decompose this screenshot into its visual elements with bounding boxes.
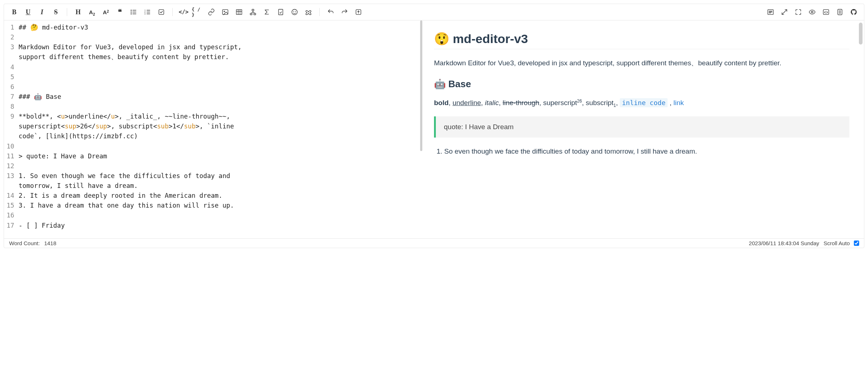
preview-h3: 🤖 Base [434,78,849,90]
svg-point-4 [131,12,132,12]
image-button[interactable] [219,6,231,18]
svg-point-27 [293,11,294,12]
bold-sample: bold [434,99,449,107]
separator [67,8,67,16]
github-button[interactable] [848,6,860,18]
preview-h2: 😲 md-editor-v3 [434,31,849,49]
redo-button[interactable] [339,6,350,18]
quote-button[interactable]: ❝ [114,6,126,18]
toolbar: B U I S H A2 A2 ❝ 123 </> { / } [4,4,864,20]
redo-icon [341,8,348,16]
preview-pane: 😲 md-editor-v3 Markdown Editor for Vue3,… [423,20,864,238]
subscript-sample: subscript1 [586,99,616,107]
preview-ordered-list: So even though we face the difficulties … [434,146,849,157]
editor-container: B U I S H A2 A2 ❝ 123 </> { / } [4,4,864,248]
sigma-icon [263,8,270,16]
list-item: So even though we face the difficulties … [444,146,849,157]
line-gutter: 123 456789 10111213 14151617 [4,20,17,238]
bold-button[interactable]: B [8,6,20,18]
scrollbar-thumb[interactable] [859,23,863,45]
heading-button[interactable]: H [72,6,84,18]
github-icon [850,8,857,16]
svg-point-28 [295,11,296,12]
export-icon [355,8,362,16]
svg-line-36 [782,12,784,15]
save-button[interactable] [275,6,287,18]
formula-button[interactable] [261,6,273,18]
unordered-list-button[interactable] [128,6,139,18]
svg-rect-12 [159,9,164,14]
undo-button[interactable] [325,6,337,18]
table-icon [235,8,243,16]
scroll-auto-label: Scroll Auto [823,240,850,246]
splitter-handle[interactable] [419,20,423,238]
checkbox-icon [158,8,165,16]
catalog-button[interactable] [765,6,776,18]
list-ol-icon: 123 [144,8,151,16]
source-pane[interactable]: 123 456789 10111213 14151617 ## 🤔 md-edi… [4,20,419,238]
svg-rect-13 [223,9,228,14]
link-button[interactable] [206,6,217,18]
preview-format-line: bold, underline, italic, line-through, s… [434,96,849,110]
preview-description: Markdown Editor for Vue3, developed in j… [434,57,849,69]
fullscreen-button[interactable] [792,6,804,18]
status-bar: Word Count: 1418 2023/06/11 18:43:04 Sun… [4,238,864,248]
svg-point-3 [131,10,132,11]
svg-point-14 [224,11,225,12]
underline-button[interactable]: U [22,6,34,18]
html-preview-button[interactable] [820,6,832,18]
ordered-list-button[interactable]: 123 [142,6,153,18]
preview-button[interactable] [806,6,818,18]
strike-sample: line-through [503,99,539,107]
export-button[interactable] [353,6,364,18]
link-sample[interactable]: link [673,99,684,107]
preview-quote: quote: I Have a Dream [434,116,849,138]
code-inline-button[interactable]: </> [178,6,189,18]
italic-sample: italic [485,99,499,107]
inline-code-sample: inline code [620,98,668,107]
table-button[interactable] [233,6,245,18]
svg-line-35 [784,9,787,12]
diagram-icon [249,8,257,16]
italic-button[interactable]: I [36,6,48,18]
svg-point-5 [131,14,132,14]
code-box-icon [822,8,830,16]
scroll-auto-checkbox[interactable] [854,240,859,246]
expand-arrow-icon [781,8,788,16]
svg-point-37 [811,11,813,13]
panes: 123 456789 10111213 14151617 ## 🤔 md-edi… [4,20,864,238]
task-list-button[interactable] [155,6,167,18]
list-ul-icon [130,8,137,16]
separator [172,8,173,16]
smile-icon [291,8,298,16]
toc-button[interactable] [834,6,846,18]
mermaid-button[interactable] [247,6,259,18]
svg-text:3: 3 [145,13,146,15]
underline-sample: underline [453,99,481,107]
eye-icon [809,8,816,16]
fullscreen-icon [795,8,802,16]
bookmark-icon [277,8,284,16]
separator [319,8,320,16]
page-fullscreen-button[interactable] [779,6,790,18]
image-icon [222,8,229,16]
code-block-button[interactable]: { / } [192,6,203,18]
word-count-value: 1418 [44,240,56,246]
butterfly-icon [305,8,312,16]
svg-rect-15 [237,9,242,14]
link-icon [208,8,215,16]
svg-rect-38 [823,9,829,14]
superscript-sample: superscript26 [543,99,582,107]
word-count-label: Word Count: [9,240,40,246]
catalog-icon [767,8,774,16]
emoji-button[interactable] [289,6,300,18]
svg-rect-25 [279,9,283,15]
timestamp: 2023/06/11 18:43:04 Sunday [749,240,819,246]
prettier-button[interactable] [303,6,314,18]
page-lines-icon [836,8,844,16]
undo-icon [327,8,334,16]
superscript-button[interactable]: A2 [100,6,112,18]
source-text[interactable]: ## 🤔 md-editor-v3 Markdown Editor for Vu… [17,20,419,238]
strike-button[interactable]: S [50,6,62,18]
subscript-button[interactable]: A2 [86,6,98,18]
